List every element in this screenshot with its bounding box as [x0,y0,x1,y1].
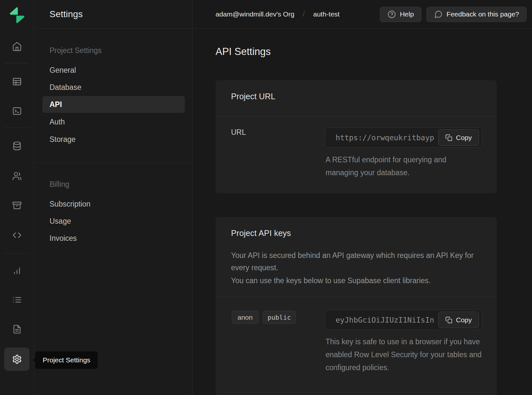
project-url-card-title: Project URL [231,92,275,101]
sidebar-item-usage[interactable]: Usage [50,217,71,226]
sidebar-item-storage[interactable]: Storage [50,135,76,144]
reports-chart-icon[interactable] [6,260,27,281]
copy-icon [445,316,452,324]
rail-divider [5,63,29,63]
sidebar-item-auth[interactable]: Auth [50,118,65,126]
chat-bubble-icon [434,10,443,19]
breadcrumb-project[interactable]: auth-test [313,10,340,18]
sidebar-item-invoices[interactable]: Invoices [50,234,77,243]
copy-url-button[interactable]: Copy [438,129,479,146]
copy-key-button[interactable]: Copy [438,312,479,328]
nav-section-billing: Billing [50,180,69,189]
sidebar-item-api-label: API [50,100,62,109]
settings-sidebar-header: Settings [34,0,192,29]
tooltip-label: Project Settings [43,356,90,364]
help-circle-icon [387,10,396,19]
breadcrumb-org[interactable]: adam@windmill.dev's Org [216,10,294,18]
database-icon[interactable] [6,135,27,156]
url-description: A RESTful endpoint for querying and mana… [326,153,471,179]
sidebar-item-api[interactable]: API [42,96,185,113]
main-header: adam@windmill.dev's Org / auth-test Help… [193,0,532,29]
storage-archive-icon[interactable] [6,195,27,216]
sidebar-item-subscription[interactable]: Subscription [50,200,91,208]
project-url-card: Project URL URL https://orwqeukritbayp C… [216,80,497,193]
key-badges: anon public [232,311,296,324]
icon-sidebar [0,0,34,395]
sidebar-item-database[interactable]: Database [50,83,81,92]
rail-divider [5,253,29,253]
breadcrumb-separator: / [303,10,305,18]
copy-icon [445,134,452,141]
api-keys-description-2: You can use the keys below to use Supaba… [231,274,490,287]
anon-key-value: eyJhbGciOiJIUzI1NiIsIn [336,316,434,324]
public-badge: public [263,311,296,324]
docs-file-icon[interactable] [6,319,27,339]
project-settings-tooltip: Project Settings [35,351,98,369]
sidebar-item-general[interactable]: General [50,66,76,75]
supabase-logo-icon[interactable] [8,7,25,24]
rail-divider [5,128,29,128]
feedback-button[interactable]: Feedback on this page? [427,7,526,22]
copy-url-label: Copy [456,134,472,142]
copy-key-label: Copy [456,316,472,324]
card-divider [216,116,497,117]
feedback-button-label: Feedback on this page? [447,10,519,18]
page-title: API Settings [216,46,271,58]
settings-sidebar: Settings Project Settings General Databa… [34,0,193,395]
help-button-label: Help [400,10,414,18]
card-inner-divider [223,392,489,392]
main-content: adam@windmill.dev's Org / auth-test Help… [193,0,532,395]
api-keys-description-1: Your API is secured behind an API gatewa… [231,249,490,274]
auth-users-icon[interactable] [6,165,27,186]
anon-key-description: This key is safe to use in a browser if … [326,335,491,374]
breadcrumb: adam@windmill.dev's Org / auth-test [216,10,339,18]
header-actions: Help Feedback on this page? [380,7,526,22]
settings-gear-icon[interactable] [4,347,29,371]
logs-list-icon[interactable] [6,289,27,310]
help-button[interactable]: Help [380,7,421,22]
project-url-value: https://orwqeukritbayp [336,133,434,142]
nav-divider [34,163,192,163]
nav-section-project-settings: Project Settings [50,46,102,55]
supabase-app: Project Settings Settings Project Settin… [0,0,532,395]
home-icon[interactable] [6,36,27,57]
api-keys-card-title: Project API keys [231,229,291,238]
url-field-label: URL [231,128,246,137]
anon-badge: anon [232,311,259,324]
settings-title: Settings [50,9,83,19]
sql-terminal-icon[interactable] [6,101,27,121]
code-api-icon[interactable] [6,225,27,245]
card-divider [216,297,497,297]
table-editor-icon[interactable] [6,71,27,92]
api-keys-card: Project API keys Your API is secured beh… [216,217,497,395]
